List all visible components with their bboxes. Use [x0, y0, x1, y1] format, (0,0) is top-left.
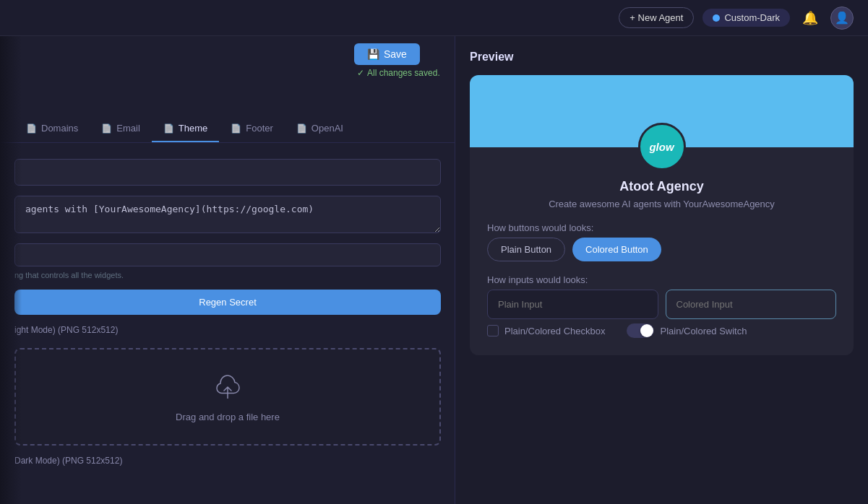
save-bar: 💾 Save ✓ All changes saved.: [354, 43, 440, 78]
plain-input-preview[interactable]: [487, 290, 658, 319]
save-disk-icon: 💾: [367, 48, 379, 60]
tab-domains[interactable]: 📄 Domains: [14, 116, 90, 142]
colored-input-preview[interactable]: [666, 290, 837, 319]
secret-input[interactable]: 42aw9Kq7L1: [14, 243, 441, 266]
top-nav: + New Agent Custom-Dark 🔔 👤: [0, 0, 868, 36]
avatar[interactable]: 👤: [830, 6, 854, 30]
preview-title: Preview: [470, 51, 854, 64]
user-icon: 👤: [835, 11, 849, 25]
switch-item: Plain/Colored Switch: [627, 323, 747, 338]
tab-theme[interactable]: 📄 Theme: [152, 116, 219, 142]
preview-logo: glow: [638, 123, 686, 170]
preview-card: glow Atoot Agency Create awesome AI agen…: [470, 75, 854, 355]
tab-theme-icon: 📄: [163, 123, 174, 134]
new-agent-button[interactable]: + New Agent: [619, 7, 694, 28]
upload-zone-light[interactable]: Drag and drop a file here: [14, 348, 441, 446]
preview-body: Atoot Agency Create awesome AI agents wi…: [470, 147, 854, 355]
preview-logo-wrapper: glow: [638, 123, 686, 170]
tab-email[interactable]: 📄 Email: [90, 116, 152, 142]
theme-toggle-button[interactable]: Custom-Dark: [702, 9, 790, 27]
buttons-section-label: How buttons would looks:: [487, 222, 593, 233]
left-panel: 💾 Save ✓ All changes saved. 📄 Domains 📄 …: [0, 36, 455, 504]
save-button[interactable]: 💾 Save: [354, 43, 420, 65]
switch-control[interactable]: [627, 323, 654, 338]
preview-inputs-row: [487, 290, 836, 319]
regen-secret-button[interactable]: Regen Secret: [14, 290, 441, 315]
bell-icon: 🔔: [802, 10, 818, 26]
plain-button-preview[interactable]: Plain Button: [487, 238, 565, 261]
inputs-section-label: How inputs would looks:: [487, 274, 588, 285]
tab-domains-icon: 📄: [26, 123, 37, 134]
tab-openai[interactable]: 📄 OpenAI: [285, 116, 355, 142]
tab-footer[interactable]: 📄 Footer: [219, 116, 285, 142]
upload-drag-text: Drag and drop a file here: [176, 412, 280, 422]
colored-button-preview[interactable]: Colored Button: [572, 238, 661, 261]
upload-dark-label: Dark Mode) (PNG 512x512): [14, 456, 441, 466]
checkmark-icon: ✓: [357, 68, 364, 78]
settings-content: agents with [YourAwesomeAgency](https://…: [0, 144, 455, 504]
description-input[interactable]: agents with [YourAwesomeAgency](https://…: [14, 196, 441, 233]
tab-footer-icon: 📄: [231, 123, 241, 134]
switch-thumb: [640, 324, 653, 337]
notification-button[interactable]: 🔔: [799, 6, 822, 30]
theme-dot-icon: [713, 14, 720, 22]
checkbox-item: Plain/Colored Checkbox: [487, 325, 605, 336]
agency-name: Atoot Agency: [619, 179, 703, 194]
tab-openai-icon: 📄: [296, 123, 307, 134]
upload-cloud-icon: [212, 371, 244, 404]
preview-extras-row: Plain/Colored Checkbox Plain/Colored Swi…: [487, 323, 747, 338]
upload-light-label: ight Mode) (PNG 512x512): [14, 325, 441, 335]
checkbox-control[interactable]: [487, 325, 499, 336]
tab-email-icon: 📄: [101, 123, 112, 134]
preview-buttons-row: Plain Button Colored Button: [487, 238, 661, 261]
agency-tagline: Create awesome AI agents with YourAwesom…: [549, 199, 775, 209]
preview-header-banner: glow: [470, 75, 854, 147]
blank-input-1[interactable]: [14, 159, 441, 186]
theme-label: Custom-Dark: [724, 12, 780, 23]
secret-hint: ng that controls all the widgets.: [14, 271, 441, 279]
tab-bar: 📄 Domains 📄 Email 📄 Theme 📄 Footer 📄 Ope…: [0, 116, 455, 143]
right-panel: Preview glow Atoot Agency Create awesome…: [455, 36, 868, 504]
save-status: ✓ All changes saved.: [357, 68, 440, 78]
